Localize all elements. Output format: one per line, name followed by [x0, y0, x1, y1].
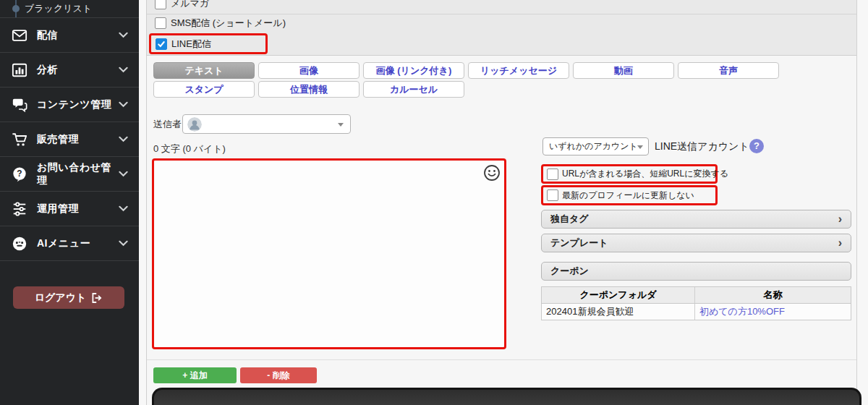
sidebar-item-label: 運用管理	[37, 202, 79, 216]
delete-button[interactable]: - 削除	[240, 367, 317, 383]
mailmag-label: メルマガ	[171, 0, 209, 10]
sidebar-item-sales-mgmt[interactable]: 販売管理	[0, 122, 139, 157]
channel-row-sms: SMS配信 (ショートメール)	[147, 14, 856, 32]
sidebar-item-label: 分析	[37, 64, 58, 77]
line-checkbox[interactable]	[156, 38, 167, 50]
caret-down-icon	[637, 145, 643, 149]
envelope-icon	[11, 27, 28, 44]
sms-checkbox[interactable]	[155, 17, 166, 29]
tab-audio[interactable]: 音声	[678, 62, 779, 79]
column-header-name: 名称	[695, 287, 851, 303]
tab-video[interactable]: 動画	[573, 62, 674, 79]
line-account-value: いずれかのアカウント	[549, 141, 638, 151]
cart-icon	[11, 131, 28, 148]
chevron-down-icon	[119, 205, 128, 212]
sidebar-item-label: 配信	[37, 29, 58, 42]
coupon-folder-cell: 202401新規会員歓迎	[542, 304, 695, 320]
avatar-icon	[187, 117, 202, 132]
profile-checkbox[interactable]	[547, 189, 558, 201]
column-header-folder: クーポンフォルダ	[542, 287, 695, 303]
chevron-right-icon: ›	[838, 235, 842, 251]
sidebar-item-analytics[interactable]: 分析	[0, 53, 139, 88]
question-circle-icon: ?	[11, 166, 28, 183]
panel-custom-tags[interactable]: 独自タグ ›	[541, 210, 851, 229]
help-icon[interactable]: ?	[749, 139, 764, 153]
emoji-picker-icon[interactable]	[483, 164, 501, 182]
chevron-down-icon	[119, 101, 128, 108]
shorturl-label: URLが含まれる場合、短縮URLに変換する	[562, 168, 728, 180]
tab-image-link[interactable]: 画像 (リンク付き)	[363, 62, 464, 79]
logout-icon	[91, 292, 103, 304]
chevron-down-icon	[119, 32, 128, 38]
sidebar-item-label: 販売管理	[37, 133, 79, 146]
tab-text[interactable]: テキスト	[153, 62, 255, 79]
chevron-right-icon: ›	[838, 211, 842, 227]
tab-stamp[interactable]: スタンプ	[153, 81, 255, 98]
sender-dropdown[interactable]	[182, 114, 351, 134]
char-count: 0 文字 (0 バイト)	[153, 142, 226, 155]
profile-label: 最新のプロフィールに更新しない	[562, 189, 694, 202]
highlight-box-message	[152, 158, 506, 349]
sidebar-item-delivery[interactable]: 配信	[0, 18, 139, 53]
sidebar-item-label: コンテンツ管理	[37, 98, 111, 111]
chat-bubbles-icon	[11, 96, 28, 114]
divider	[147, 359, 856, 360]
bar-chart-icon	[11, 61, 28, 79]
tab-carousel[interactable]: カルーセル	[363, 81, 464, 98]
coupon-table-row: 202401新規会員歓迎 初めての方10%OFF	[542, 304, 851, 320]
sms-label: SMS配信 (ショートメール)	[171, 17, 286, 30]
sidebar-item-content-mgmt[interactable]: コンテンツ管理	[0, 88, 139, 122]
caret-down-icon	[338, 123, 344, 127]
sidebar-item-ai-menu[interactable]: AIメニュー	[0, 226, 139, 261]
sidebar-item-operations-mgmt[interactable]: 運用管理	[0, 192, 139, 226]
coupon-table-header: クーポンフォルダ 名称	[542, 287, 851, 304]
sidebar-item-label: AIメニュー	[37, 237, 90, 250]
sliders-icon	[11, 200, 28, 218]
chevron-down-icon	[119, 240, 128, 247]
robot-icon	[11, 235, 28, 252]
highlight-box-shorturl: URLが含まれる場合、短縮URLに変換する	[541, 164, 718, 184]
sidebar-item-label: ブラックリスト	[25, 3, 92, 14]
svg-text:?: ?	[17, 169, 22, 179]
mailmag-checkbox[interactable]	[155, 0, 166, 9]
logout-label: ログアウト	[35, 291, 87, 304]
tab-location[interactable]: 位置情報	[258, 81, 359, 98]
logout-button[interactable]: ログアウト	[13, 286, 124, 309]
coupon-table: クーポンフォルダ 名称 202401新規会員歓迎 初めての方10%OFF	[541, 286, 851, 320]
line-label: LINE配信	[171, 38, 211, 51]
main-content: メルマガ SMS配信 (ショートメール) LINE配信 テキスト 画像 画像 (…	[146, 0, 857, 405]
highlight-box-profile: 最新のプロフィールに更新しない	[541, 185, 718, 205]
panel-templates[interactable]: テンプレート ›	[541, 234, 851, 252]
chevron-down-icon	[119, 136, 128, 142]
app-window: ブラックリスト 配信 分析 コンテンツ管理	[0, 0, 868, 405]
tab-image[interactable]: 画像	[258, 62, 359, 79]
sidebar-item-inquiry-mgmt[interactable]: ? お問い合わせ管理	[0, 157, 139, 192]
tab-rich-message[interactable]: リッチメッセージ	[468, 62, 569, 79]
sidebar: ブラックリスト 配信 分析 コンテンツ管理	[0, 0, 139, 405]
sidebar-item-blacklist[interactable]: ブラックリスト	[0, 0, 139, 17]
line-account-dropdown[interactable]: いずれかのアカウント	[542, 137, 649, 155]
channel-row-mailmag: メルマガ	[147, 0, 856, 14]
highlight-box-line: LINE配信	[149, 33, 268, 54]
sidebar-item-label: お問い合わせ管理	[37, 161, 119, 187]
shorturl-checkbox[interactable]	[547, 169, 558, 180]
chevron-down-icon	[119, 67, 128, 73]
sender-label: 送信者	[153, 114, 182, 134]
channel-row-line: LINE配信	[147, 32, 856, 56]
coupon-name-link[interactable]: 初めての方10%OFF	[699, 306, 785, 317]
channel-section: メルマガ SMS配信 (ショートメール) LINE配信	[147, 0, 856, 56]
chevron-down-icon	[119, 171, 128, 177]
preview-panel	[152, 388, 861, 405]
tree-bullet-icon	[12, 5, 20, 12]
panel-coupon[interactable]: クーポン	[541, 262, 851, 281]
message-textarea[interactable]	[154, 161, 504, 347]
line-account-label: LINE送信アカウント	[655, 137, 749, 155]
add-button[interactable]: + 追加	[153, 367, 237, 383]
